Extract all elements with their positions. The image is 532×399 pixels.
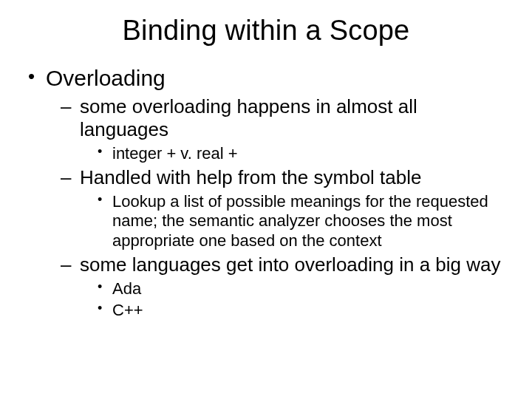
list-item-text: Handled with help from the symbol table <box>80 166 421 188</box>
bullet-list-l1: Overloading some overloading happens in … <box>27 64 505 321</box>
bullet-list-l3: Ada C++ <box>80 279 505 321</box>
bullet-list-l3: integer + v. real + <box>80 144 505 163</box>
slide: Binding within a Scope Overloading some … <box>0 0 532 399</box>
list-item: some overloading happens in almost all l… <box>59 95 505 164</box>
list-item: Ada <box>96 279 505 299</box>
list-item: Handled with help from the symbol table … <box>59 166 505 250</box>
list-item-text: integer + v. real + <box>112 144 238 163</box>
slide-body: Overloading some overloading happens in … <box>0 64 532 321</box>
list-item: integer + v. real + <box>96 144 505 163</box>
list-item: C++ <box>96 301 505 320</box>
list-item-text: some overloading happens in almost all l… <box>80 95 417 141</box>
list-item-text: C++ <box>112 301 143 319</box>
list-item-text: Lookup a list of possible meanings for t… <box>112 192 488 250</box>
slide-title: Binding within a Scope <box>0 0 532 64</box>
list-item: Overloading some overloading happens in … <box>27 64 505 321</box>
list-item: some languages get into overloading in a… <box>59 253 505 321</box>
bullet-list-l2: some overloading happens in almost all l… <box>46 95 505 321</box>
bullet-list-l3: Lookup a list of possible meanings for t… <box>80 192 505 250</box>
list-item: Lookup a list of possible meanings for t… <box>96 192 505 250</box>
list-item-text: Ada <box>112 279 141 298</box>
list-item-text: Overloading <box>46 66 166 90</box>
list-item-text: some languages get into overloading in a… <box>80 253 501 276</box>
